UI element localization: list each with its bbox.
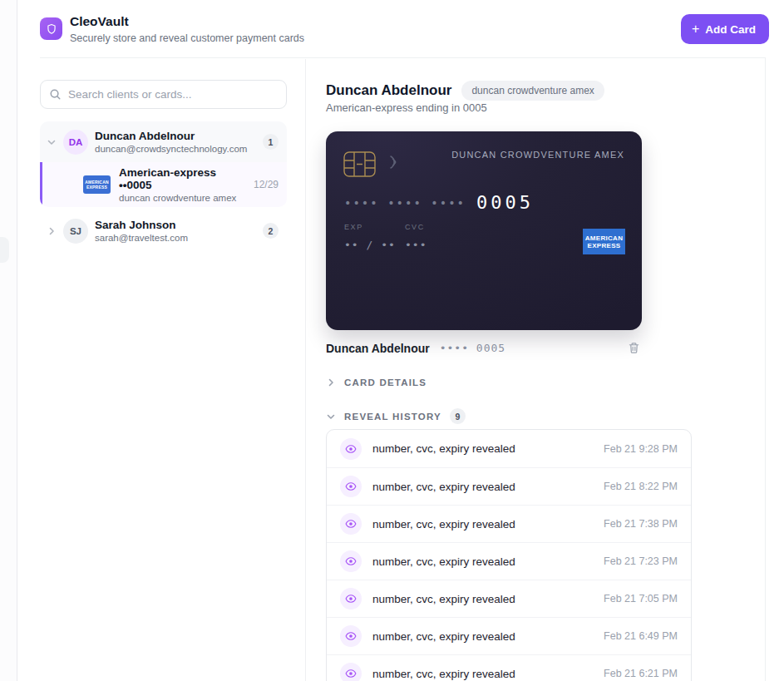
reveal-event-text: number, cvc, expiry revealed: [372, 481, 515, 493]
chevron-down-icon: [47, 137, 57, 147]
avatar: DA: [63, 130, 88, 155]
search-icon: [49, 88, 62, 101]
card-cvc-field: CVC •••: [405, 223, 427, 251]
detail-client-name: Duncan Abdelnour: [326, 82, 451, 99]
detail-subtitle: American-express ending in 0005: [326, 101, 487, 114]
holder-name: Duncan Abdelnour: [326, 342, 430, 355]
reveal-event-text: number, cvc, expiry revealed: [372, 555, 515, 568]
app-window: CleoVault Securely store and reveal cust…: [18, 0, 784, 681]
column-divider: [305, 59, 306, 681]
reveal-history-row: number, cvc, expiry revealed Feb 21 6:21…: [327, 654, 691, 681]
card-holder-name: DUNCAN CROWDVENTURE AMEX: [451, 150, 624, 160]
search-box: [40, 80, 287, 109]
client-name: Duncan Abdelnour: [95, 130, 256, 142]
contactless-icon: [387, 155, 402, 170]
reveal-event-text: number, cvc, expiry revealed: [372, 630, 515, 643]
reveal-event-time: Feb 21 7:23 PM: [604, 555, 678, 567]
card-holder-row: Duncan Abdelnour •••• 0005: [326, 340, 642, 356]
masked-digits: •••• •••• ••••: [344, 196, 466, 210]
detail-header: Duncan Abdelnour duncan crowdventure ame…: [326, 81, 604, 101]
left-edge-partial-element: [0, 237, 9, 263]
card-details-label: CARD DETAILS: [344, 378, 427, 387]
add-card-button[interactable]: + Add Card: [681, 14, 769, 44]
reveal-event-text: number, cvc, expiry revealed: [372, 668, 515, 680]
reveal-event-time: Feb 21 7:38 PM: [604, 518, 678, 530]
holder-masked-number: •••• 0005: [440, 342, 505, 354]
exp-label: EXP: [344, 223, 396, 231]
card-meta: American-express ••0005 duncan crowdvent…: [119, 166, 245, 203]
chevron-right-icon: [326, 378, 336, 387]
client-email: duncan@crowdsynctechnology.com: [95, 144, 256, 154]
card-number: •••• •••• •••• 0005: [344, 192, 534, 213]
client-name: Sarah Johnson: [95, 219, 256, 231]
sidebar-card-item-amex-0005[interactable]: AMERICAN EXPRESS American-express ••0005…: [40, 162, 287, 207]
left-gutter: [0, 0, 17, 681]
reveal-history-row: number, cvc, expiry revealed Feb 21 7:05…: [327, 580, 691, 617]
eye-icon: [340, 438, 362, 460]
cvc-value: •••: [405, 239, 427, 251]
delete-card-button[interactable]: [626, 340, 642, 356]
client-row-sarah[interactable]: SJ Sarah Johnson sarah@traveltest.com 2: [40, 210, 287, 251]
plus-icon: +: [692, 22, 699, 36]
client-email: sarah@traveltest.com: [95, 233, 256, 243]
amex-mini-line2: EXPRESS: [86, 185, 107, 190]
reveal-history-row: number, cvc, expiry revealed Feb 21 7:38…: [327, 505, 691, 542]
card-title: American-express ••0005: [119, 166, 245, 191]
add-card-label: Add Card: [705, 23, 756, 36]
amex-brand-logo: AMERICAN EXPRESS: [583, 229, 625, 254]
shield-icon: [46, 23, 57, 35]
client-group-duncan: DA Duncan Abdelnour duncan@crowdsynctech…: [40, 121, 287, 207]
client-meta: Sarah Johnson sarah@traveltest.com: [95, 219, 256, 243]
card-expiry: 12/29: [254, 179, 279, 190]
card-exp-field: EXP •• / ••: [344, 223, 396, 251]
avatar: SJ: [63, 219, 88, 244]
chevron-down-icon: [326, 412, 336, 422]
eye-icon: [340, 550, 362, 572]
reveal-history-row: number, cvc, expiry revealed Feb 21 6:49…: [327, 617, 691, 654]
chevron-right-icon: [47, 226, 57, 236]
app-header: CleoVault Securely store and reveal cust…: [18, 0, 784, 58]
exp-value: •• / ••: [344, 239, 396, 251]
eye-icon: [340, 663, 362, 681]
search-input[interactable]: [68, 88, 278, 101]
amex-logo-line1: AMERICAN: [585, 234, 624, 242]
cvc-label: CVC: [405, 223, 427, 231]
reveal-history-row: number, cvc, expiry revealed Feb 21 8:22…: [327, 467, 691, 505]
payment-card-visual: DUNCAN CROWDVENTURE AMEX •••• •••• •••• …: [326, 131, 642, 330]
reveal-event-time: Feb 21 8:22 PM: [604, 481, 678, 492]
eye-icon: [340, 476, 362, 497]
reveal-event-time: Feb 21 6:49 PM: [604, 630, 678, 642]
page-tagline: Securely store and reveal customer payme…: [70, 32, 304, 44]
reveal-event-time: Feb 21 7:05 PM: [604, 593, 678, 605]
reveal-history-section-toggle[interactable]: REVEAL HISTORY 9: [326, 408, 466, 424]
card-details-section-toggle[interactable]: CARD DETAILS: [326, 378, 427, 387]
reveal-event-text: number, cvc, expiry revealed: [372, 442, 515, 455]
trash-icon: [628, 342, 640, 354]
reveal-history-row: number, cvc, expiry revealed Feb 21 9:28…: [327, 430, 691, 467]
reveal-event-text: number, cvc, expiry revealed: [372, 518, 515, 530]
reveal-count-badge: 9: [450, 408, 466, 424]
amex-logo-line2: EXPRESS: [588, 242, 621, 249]
app-logo: [40, 17, 62, 40]
card-count-badge: 1: [263, 134, 279, 150]
amex-logo-icon: AMERICAN EXPRESS: [83, 175, 111, 194]
reveal-event-time: Feb 21 6:21 PM: [604, 668, 678, 679]
reveal-event-text: number, cvc, expiry revealed: [372, 593, 515, 605]
page-title: CleoVault: [70, 14, 129, 29]
eye-icon: [340, 588, 362, 609]
reveal-history-row: number, cvc, expiry revealed Feb 21 7:23…: [327, 542, 691, 580]
reveal-history-list: number, cvc, expiry revealed Feb 21 9:28…: [326, 429, 692, 681]
eye-icon: [340, 625, 362, 647]
reveal-event-time: Feb 21 9:28 PM: [604, 443, 678, 455]
card-chip-icon: [343, 151, 376, 177]
header-divider: [40, 57, 766, 58]
card-tag-pill: duncan crowdventure amex: [461, 81, 604, 101]
card-nickname: duncan crowdventure amex: [119, 193, 245, 203]
client-meta: Duncan Abdelnour duncan@crowdsynctechnol…: [95, 130, 256, 154]
client-row-duncan[interactable]: DA Duncan Abdelnour duncan@crowdsynctech…: [40, 121, 287, 162]
card-last4: 0005: [476, 192, 534, 213]
content-right-border: [765, 58, 766, 681]
eye-icon: [340, 513, 362, 535]
card-count-badge: 2: [263, 223, 279, 239]
reveal-history-label: REVEAL HISTORY: [344, 412, 441, 422]
